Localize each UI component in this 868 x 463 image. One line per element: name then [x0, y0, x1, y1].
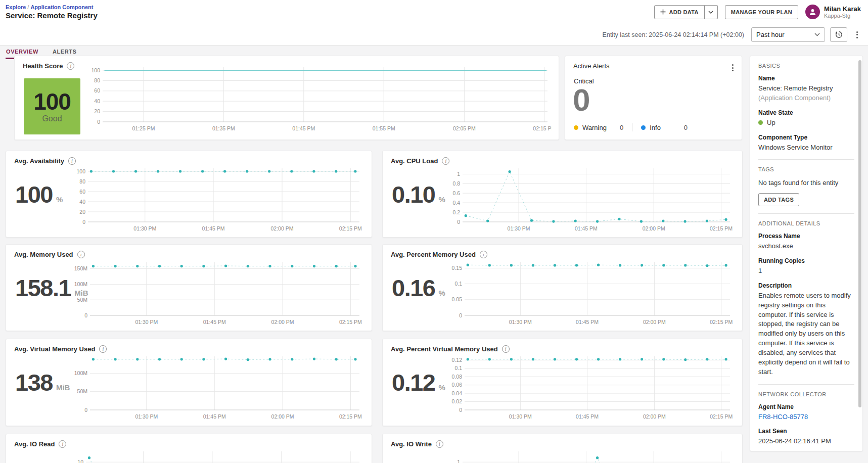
panel-title: Avg. IO Write — [391, 440, 432, 448]
info-icon[interactable]: i — [502, 345, 510, 353]
metric-number: 0.12 — [392, 371, 435, 394]
svg-text:01:45 PM: 01:45 PM — [576, 413, 599, 420]
top-header: Explore/Application Component Service: R… — [0, 0, 868, 24]
svg-text:40: 40 — [79, 199, 85, 205]
sidebar-scrollbar[interactable] — [858, 60, 861, 407]
svg-text:20: 20 — [79, 209, 85, 215]
alerts-kebab-menu[interactable] — [728, 61, 738, 74]
svg-text:02:00 PM: 02:00 PM — [643, 319, 666, 325]
metric-number: 0.16 — [392, 276, 435, 300]
metric-unit: % — [438, 195, 445, 204]
metric-panel: Avg. Memory Used i 158.1 MiB 01:30 PM01:… — [6, 244, 372, 331]
health-score-value: 100 — [33, 89, 71, 114]
svg-text:1: 1 — [457, 171, 460, 177]
svg-text:60: 60 — [79, 189, 85, 195]
metric-chart: 01:30 PM01:45 PM02:00 PM02:15 PM050M100M — [71, 352, 363, 422]
breadcrumb-explore-link[interactable]: Explore — [6, 4, 26, 10]
metric-chart: 01:30 PM01:45 PM02:00 PM02:15 PM050M100M… — [71, 258, 363, 328]
info-icon[interactable]: i — [480, 251, 487, 258]
divider — [632, 123, 632, 131]
info-count: 0 — [684, 124, 688, 131]
svg-text:150M: 150M — [74, 265, 87, 271]
breadcrumb-section-link[interactable]: Application Component — [30, 4, 93, 10]
info-icon[interactable]: i — [77, 251, 85, 258]
svg-text:0.05: 0.05 — [452, 296, 463, 302]
chevron-down-icon — [814, 33, 820, 36]
header-right: ADD DATA MANAGE YOUR PLAN Milan Karak Ka… — [654, 5, 861, 19]
svg-text:01:30 PM: 01:30 PM — [133, 225, 156, 232]
info-icon[interactable]: i — [436, 440, 443, 448]
metric-value: 0.12 % — [392, 371, 445, 394]
metric-value: 0.16 % — [392, 276, 445, 300]
entity-last-seen: Entity last seen: 2025-06-24 02:14:14 PM… — [603, 31, 744, 38]
panel-title: Avg. Virtual Memory Used — [14, 345, 95, 353]
svg-text:0: 0 — [459, 407, 462, 413]
svg-text:0.04: 0.04 — [452, 390, 463, 396]
add-data-dropdown-button[interactable] — [705, 5, 718, 19]
metric-chart: 01:30 PM01:45 PM02:00 PM02:15 PM02040608… — [71, 164, 363, 234]
svg-text:0: 0 — [84, 312, 87, 318]
field-label: Name — [758, 75, 854, 82]
alerts-summary-row: Warning 0 Info 0 — [574, 123, 688, 131]
metric-panel: Avg. Percent Memory Used i 0.16 % 01:30 … — [382, 244, 743, 331]
svg-text:100: 100 — [91, 67, 100, 73]
info-icon[interactable]: i — [99, 345, 107, 353]
svg-text:01:25 PM: 01:25 PM — [132, 125, 155, 131]
agent-name-link[interactable]: FR8-HCO-85778 — [758, 413, 808, 421]
svg-text:0.1: 0.1 — [454, 365, 462, 371]
svg-text:0: 0 — [459, 312, 462, 318]
component-type-value: Windows Service Monitor — [758, 143, 854, 153]
svg-text:80: 80 — [94, 77, 100, 83]
metric-number: 0.10 — [392, 182, 435, 206]
page-title: Service: Remote Registry — [6, 11, 98, 20]
tags-empty-text: No tags found for this entity — [758, 178, 854, 188]
metric-panel: Avg. IO Write i 01:30 PM01:45 PM02:00 PM… — [382, 434, 743, 463]
svg-text:02:00 PM: 02:00 PM — [271, 319, 294, 325]
add-data-button[interactable]: ADD DATA — [654, 5, 704, 19]
info-icon[interactable]: i — [67, 62, 74, 70]
history-button[interactable] — [830, 27, 847, 42]
native-state-value: Up — [758, 118, 854, 128]
svg-text:100: 100 — [76, 168, 85, 174]
metric-unit: MiB — [56, 383, 70, 392]
info-label: Info — [650, 124, 661, 131]
manage-plan-button[interactable]: MANAGE YOUR PLAN — [725, 5, 798, 19]
svg-text:0.6: 0.6 — [452, 190, 460, 196]
svg-text:0: 0 — [82, 219, 85, 225]
svg-text:01:55 PM: 01:55 PM — [373, 125, 395, 131]
toolbar-kebab-menu[interactable] — [852, 28, 862, 41]
process-name-value: svchost.exe — [758, 242, 854, 251]
info-icon[interactable]: i — [68, 157, 76, 165]
critical-count: 0 — [573, 84, 590, 116]
svg-text:100M: 100M — [74, 281, 87, 287]
svg-text:60: 60 — [94, 87, 100, 94]
header-left: Explore/Application Component Service: R… — [6, 4, 98, 20]
svg-text:0.8: 0.8 — [452, 180, 460, 187]
info-icon[interactable]: i — [59, 440, 66, 448]
svg-text:0.02: 0.02 — [452, 398, 463, 404]
last-seen-value: 2025-06-24 02:16:41 PM — [758, 437, 854, 446]
svg-text:50M: 50M — [77, 297, 87, 303]
svg-text:0.08: 0.08 — [452, 374, 463, 380]
metric-panel: Avg. Percent Virtual Memory Used i 0.12 … — [382, 339, 743, 426]
metric-value: 100 % — [15, 182, 63, 206]
field-label: Description — [758, 282, 854, 289]
user-menu[interactable]: Milan Karak Kappa-Stg — [805, 5, 861, 19]
description-value: Enables remote users to modify registry … — [758, 291, 854, 377]
health-score-chart: 01:25 PM01:35 PM01:45 PM01:55 PM02:05 PM… — [85, 63, 552, 134]
metric-chart: 01:30 PM01:45 PM02:00 PM02:15 PM00.020.0… — [447, 352, 734, 422]
health-score-panel: Health Score i 100 Good 01:25 PM01:35 PM… — [14, 56, 559, 140]
panel-title: Avg. CPU Load — [391, 157, 438, 165]
svg-text:80: 80 — [79, 178, 85, 184]
metric-unit: % — [56, 195, 63, 204]
svg-text:02:00 PM: 02:00 PM — [271, 413, 294, 420]
time-range-select[interactable]: Past hour — [751, 27, 825, 42]
add-tags-button[interactable]: ADD TAGS — [758, 193, 799, 206]
info-icon[interactable]: i — [442, 157, 449, 165]
main-content: OVERVIEW ALERTS Health Score i 100 Good … — [0, 45, 868, 463]
section-header: ADDITIONAL DETAILS — [758, 220, 854, 226]
up-status-dot-icon — [758, 120, 763, 125]
active-alerts-link[interactable]: Active Alerts — [573, 62, 610, 70]
svg-text:100M: 100M — [74, 370, 87, 376]
svg-text:0: 0 — [97, 119, 100, 125]
